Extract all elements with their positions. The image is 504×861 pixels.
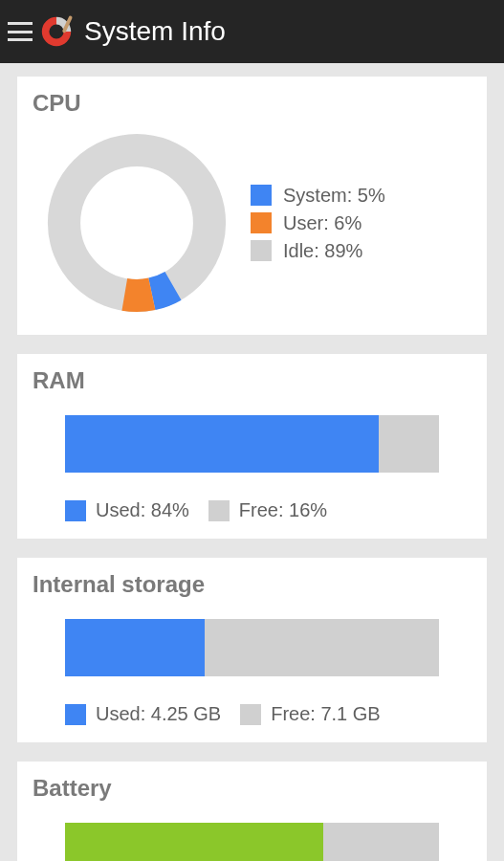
storage-card: Internal storage Used: 4.25 GB Free: 7.1… [17, 558, 487, 742]
storage-used-label: Used: 4.25 GB [96, 703, 221, 725]
ram-free-label: Free: 16% [239, 499, 327, 521]
app-header: System Info [0, 0, 504, 63]
cpu-donut-chart [46, 132, 228, 314]
app-logo-icon [38, 13, 75, 50]
cpu-idle-label: Idle: 89% [283, 240, 362, 262]
storage-free-item: Free: 7.1 GB [240, 703, 381, 725]
ram-title: RAM [33, 367, 471, 394]
battery-title: Battery [33, 775, 471, 802]
cpu-title: CPU [33, 90, 471, 117]
cpu-legend-system: System: 5% [251, 185, 471, 207]
ram-bar-fill [65, 415, 379, 473]
swatch-grey [240, 704, 261, 725]
cpu-legend-idle: Idle: 89% [251, 240, 471, 262]
battery-bar-fill [65, 823, 323, 861]
cpu-legend-user: User: 6% [251, 212, 471, 234]
swatch-orange [251, 212, 272, 233]
ram-used-label: Used: 84% [96, 499, 189, 521]
storage-free-label: Free: 7.1 GB [271, 703, 381, 725]
ram-bar [65, 415, 439, 473]
menu-icon[interactable] [8, 22, 33, 41]
page-title: System Info [84, 16, 226, 47]
cpu-legend: System: 5% User: 6% Idle: 89% [251, 179, 471, 268]
storage-title: Internal storage [33, 571, 471, 598]
ram-free-item: Free: 16% [208, 499, 327, 521]
content-area: CPU System: 5% [0, 63, 504, 861]
ram-card: RAM Used: 84% Free: 16% [17, 354, 487, 539]
cpu-system-label: System: 5% [283, 185, 385, 207]
swatch-grey [251, 240, 272, 261]
storage-used-item: Used: 4.25 GB [65, 703, 221, 725]
swatch-blue [251, 185, 272, 206]
battery-bar [65, 823, 439, 861]
ram-used-item: Used: 84% [65, 499, 189, 521]
swatch-blue [65, 704, 86, 725]
storage-legend: Used: 4.25 GB Free: 7.1 GB [33, 703, 471, 725]
svg-point-1 [64, 150, 209, 296]
battery-card: Battery Level: 69% Temp: 29.20 °C [17, 762, 487, 861]
ram-legend: Used: 84% Free: 16% [33, 499, 471, 521]
swatch-blue [65, 500, 86, 521]
cpu-card: CPU System: 5% [17, 77, 487, 335]
cpu-user-label: User: 6% [283, 212, 362, 234]
storage-bar [65, 619, 439, 676]
storage-bar-fill [65, 619, 205, 676]
swatch-grey [208, 500, 230, 521]
